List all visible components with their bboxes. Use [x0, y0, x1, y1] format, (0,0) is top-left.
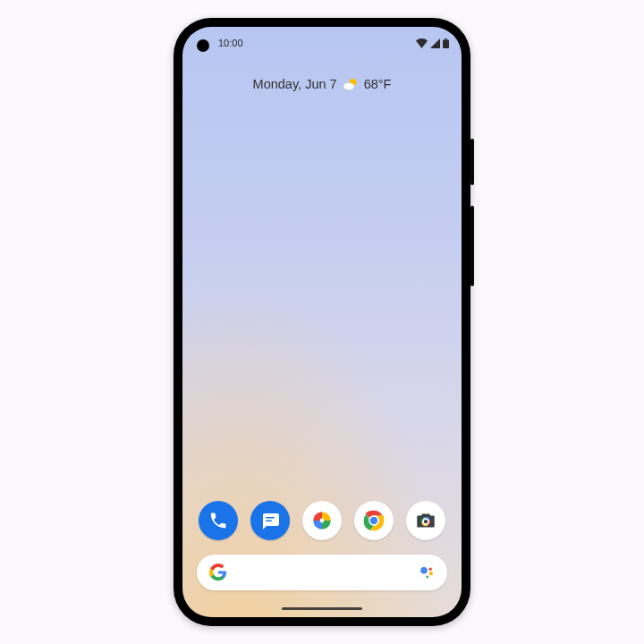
status-icons: [416, 38, 449, 48]
date-text: Monday, Jun 7: [253, 77, 337, 91]
volume-button[interactable]: [470, 206, 474, 286]
svg-point-17: [428, 568, 431, 571]
status-clock: 10:00: [218, 38, 243, 48]
svg-rect-5: [266, 521, 272, 522]
svg-point-3: [343, 83, 354, 90]
svg-point-6: [320, 519, 325, 523]
svg-point-15: [424, 520, 428, 523]
google-assistant-icon[interactable]: [419, 564, 435, 580]
cellular-icon: [430, 38, 440, 48]
svg-rect-1: [445, 38, 447, 40]
at-a-glance-widget[interactable]: Monday, Jun 7 68°F: [182, 77, 462, 91]
weather-partly-cloudy-icon: [343, 77, 359, 91]
google-search-bar[interactable]: [197, 555, 447, 590]
temperature-text: 68°F: [364, 77, 392, 91]
svg-rect-4: [266, 517, 275, 519]
wifi-icon: [416, 38, 428, 48]
svg-rect-0: [443, 39, 449, 48]
power-button[interactable]: [470, 139, 474, 185]
camera-app-icon[interactable]: [406, 501, 445, 540]
svg-point-18: [429, 572, 433, 575]
photos-app-icon[interactable]: [302, 501, 342, 540]
svg-point-16: [420, 567, 428, 574]
messages-app-icon[interactable]: [250, 501, 290, 540]
svg-point-19: [426, 576, 428, 579]
home-screen[interactable]: 10:00 Monday, Jun 7 68°F: [182, 27, 462, 617]
chrome-app-icon[interactable]: [354, 501, 394, 540]
phone-app-icon[interactable]: [199, 501, 238, 540]
status-bar: 10:00: [182, 38, 462, 48]
gesture-nav-handle[interactable]: [282, 607, 362, 610]
google-g-icon: [209, 564, 227, 581]
app-dock: [182, 501, 462, 540]
phone-frame: 10:00 Monday, Jun 7 68°F: [174, 18, 470, 626]
battery-icon: [443, 38, 449, 48]
